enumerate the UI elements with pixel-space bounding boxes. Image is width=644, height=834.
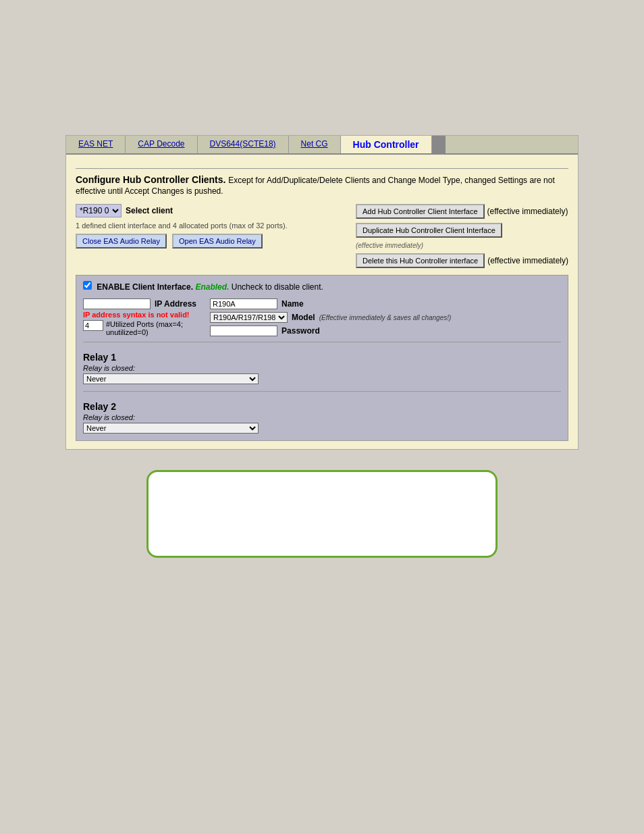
audio-relay-buttons: Close EAS Audio Relay Open EAS Audio Rel…	[76, 234, 342, 249]
enabled-text: Enabled.	[195, 282, 229, 292]
delete-client-row: Delete this Hub Controller interface (ef…	[356, 253, 568, 268]
tab-capdecode[interactable]: CAP Decode	[126, 136, 197, 153]
nav-tabs: EAS NET CAP Decode DVS644(SCTE18) Net CG…	[66, 136, 578, 155]
password-row: Password	[210, 325, 451, 336]
add-client-button[interactable]: Add Hub Controller Client Interface	[356, 204, 485, 219]
relay1-closed-label: Relay is closed:	[83, 364, 561, 372]
name-row: Name	[210, 298, 451, 309]
page-title: Configure Hub Controller Clients. Except…	[76, 174, 568, 196]
relay2-closed-label: Relay is closed:	[83, 413, 561, 421]
close-eas-button[interactable]: Close EAS Audio Relay	[76, 234, 167, 249]
select-label: Select client	[126, 206, 173, 215]
select-row: *R190 0 Select client	[76, 204, 342, 217]
model-note: (Effective immediately & saves all chang…	[319, 314, 452, 321]
open-eas-button[interactable]: Open EAS Audio Relay	[172, 234, 263, 249]
ports-label: #Utilized Ports (max=4;unutilized=0)	[106, 320, 183, 336]
delete-client-button[interactable]: Delete this Hub Controller interface	[356, 253, 485, 268]
left-controls: *R190 0 Select client 1 defined client i…	[76, 204, 342, 249]
green-box	[146, 470, 498, 558]
tab-dvs644[interactable]: DVS644(SCTE18)	[198, 136, 289, 153]
left-fields: IP Address IP address syntax is not vali…	[83, 298, 196, 336]
tab-hubcontroller[interactable]: Hub Controller	[341, 136, 432, 153]
password-input[interactable]	[210, 325, 277, 336]
add-effective-label: (effective immediately)	[487, 207, 568, 216]
delete-effective-label: (effective immediately)	[487, 256, 568, 265]
relay2-select[interactable]: Never	[83, 423, 259, 434]
relay1-select[interactable]: Never	[83, 373, 259, 384]
enable-checkbox[interactable]	[83, 281, 92, 290]
relay1-section: Relay 1 Relay is closed: Never	[83, 348, 561, 386]
client-divider	[83, 342, 561, 342]
top-divider	[76, 168, 568, 169]
relay-divider	[83, 391, 561, 392]
duplicate-effective-label: (effective immediately)	[356, 242, 423, 249]
uncheck-label: Uncheck to disable client.	[232, 282, 323, 292]
model-label: Model	[292, 313, 315, 322]
ip-address-input[interactable]	[83, 298, 151, 309]
fields-row: IP Address IP address syntax is not vali…	[83, 298, 561, 336]
name-label: Name	[281, 299, 304, 309]
relay2-section: Relay 2 Relay is closed: Never	[83, 397, 561, 435]
ports-input[interactable]	[83, 320, 103, 331]
add-client-row: Add Hub Controller Client Interface (eff…	[356, 204, 568, 219]
name-input[interactable]	[210, 298, 277, 309]
model-select[interactable]: R190A/R197/R198	[210, 312, 288, 323]
port-info: 1 defined client interface and 4 allocat…	[76, 221, 342, 230]
ip-address-row: IP Address	[83, 298, 196, 309]
duplicate-client-row: Duplicate Hub Controller Client Interfac…	[356, 223, 502, 238]
client-section: ENABLE Client Interface. Enabled. Unchec…	[76, 275, 568, 441]
tab-end-spacer	[432, 136, 446, 153]
password-label: Password	[281, 326, 320, 336]
tab-netcg[interactable]: Net CG	[289, 136, 341, 153]
enable-row: ENABLE Client Interface. Enabled. Unchec…	[83, 281, 561, 292]
client-select[interactable]: *R190 0	[76, 204, 122, 217]
duplicate-client-button[interactable]: Duplicate Hub Controller Client Interfac…	[356, 223, 502, 238]
right-controls: Add Hub Controller Client Interface (eff…	[356, 204, 568, 269]
controls-row: *R190 0 Select client 1 defined client i…	[76, 204, 568, 269]
right-fields: Name R190A/R197/R198 Model (Effective im…	[210, 298, 451, 336]
model-row: R190A/R197/R198 Model (Effective immedia…	[210, 312, 451, 323]
ports-row: #Utilized Ports (max=4;unutilized=0)	[83, 320, 196, 336]
relay2-title: Relay 2	[83, 401, 561, 412]
ip-invalid-message: IP address syntax is not valid!	[83, 311, 196, 319]
content-area: Configure Hub Controller Clients. Except…	[66, 155, 578, 449]
relay1-title: Relay 1	[83, 352, 561, 363]
tab-easnet[interactable]: EAS NET	[66, 136, 126, 153]
main-panel: EAS NET CAP Decode DVS644(SCTE18) Net CG…	[65, 135, 579, 450]
ip-address-label: IP Address	[155, 299, 196, 309]
